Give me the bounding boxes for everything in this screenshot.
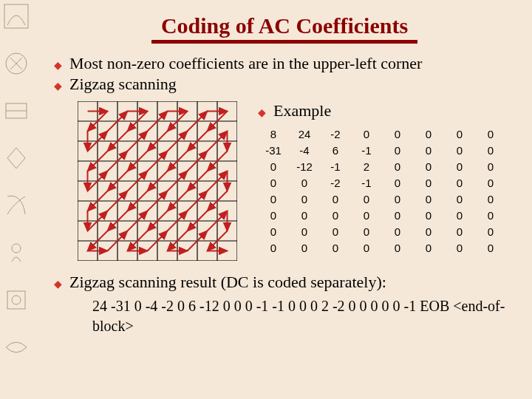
matrix-cell: 0 <box>413 224 444 240</box>
matrix-cell: 0 <box>320 191 351 208</box>
title-underline <box>151 43 417 44</box>
matrix-cell: 0 <box>413 240 444 256</box>
deco-icon <box>3 192 30 219</box>
matrix-cell: 0 <box>382 224 413 240</box>
matrix-cell: 0 <box>475 191 506 208</box>
matrix-cell: 0 <box>289 208 320 224</box>
matrix-cell: 0 <box>413 143 444 159</box>
matrix-cell: 0 <box>413 126 444 143</box>
svg-point-5 <box>12 296 21 304</box>
matrix-cell: 0 <box>351 126 382 143</box>
matrix-cell: 0 <box>444 224 475 240</box>
zigzag-result-text: 24 -31 0 -4 -2 0 6 -12 0 0 0 -1 -1 0 0 0… <box>92 296 532 336</box>
matrix-cell: 0 <box>444 126 475 143</box>
bullet-icon: ◆ <box>54 59 62 72</box>
coefficient-matrix: 824-200000-31-46-100000-12-12000000-2-10… <box>258 126 506 256</box>
matrix-row: 0-12-120000 <box>258 159 506 175</box>
deco-icon <box>3 287 30 313</box>
matrix-cell: 0 <box>258 191 289 208</box>
matrix-cell: 0 <box>289 191 320 208</box>
matrix-cell: 0 <box>444 143 475 159</box>
svg-point-3 <box>12 244 21 253</box>
matrix-cell: -1 <box>320 159 351 175</box>
bullet-icon: ◆ <box>258 106 266 119</box>
matrix-cell: 0 <box>320 208 351 224</box>
matrix-cell: 0 <box>258 175 289 191</box>
matrix-cell: -4 <box>289 143 320 159</box>
matrix-cell: 8 <box>258 126 289 143</box>
matrix-cell: 0 <box>444 240 475 256</box>
matrix-cell: 0 <box>382 191 413 208</box>
deco-icon <box>3 145 30 171</box>
matrix-cell: 0 <box>320 224 351 240</box>
deco-icon <box>3 334 30 361</box>
matrix-cell: 0 <box>382 143 413 159</box>
matrix-row: 00-2-10000 <box>258 175 506 191</box>
matrix-cell: 0 <box>258 159 289 175</box>
matrix-cell: 24 <box>289 126 320 143</box>
matrix-cell: 0 <box>444 191 475 208</box>
example-label: Example <box>273 101 331 120</box>
bullet-text: Zigzag scanning <box>69 75 177 94</box>
matrix-cell: 0 <box>444 175 475 191</box>
zigzag-diagram <box>78 101 237 261</box>
matrix-row: 00000000 <box>258 224 506 240</box>
matrix-cell: 0 <box>258 224 289 240</box>
matrix-cell: 0 <box>258 208 289 224</box>
matrix-row: -31-46-10000 <box>258 143 506 159</box>
slide-title: Coding of AC Coefficients <box>41 13 528 40</box>
matrix-cell: 0 <box>413 159 444 175</box>
matrix-cell: 0 <box>475 208 506 224</box>
matrix-cell: 0 <box>475 126 506 143</box>
bullet-text: Most non-zero coefficients are in the up… <box>69 54 422 73</box>
matrix-cell: 0 <box>382 159 413 175</box>
matrix-cell: 0 <box>413 175 444 191</box>
matrix-cell: 0 <box>289 224 320 240</box>
matrix-cell: -31 <box>258 143 289 159</box>
matrix-row: 00000000 <box>258 240 506 256</box>
matrix-cell: 0 <box>382 175 413 191</box>
bullet-icon: ◆ <box>54 80 62 92</box>
matrix-cell: 0 <box>475 159 506 175</box>
matrix-cell: 0 <box>475 143 506 159</box>
matrix-cell: 0 <box>351 240 382 256</box>
slide-decorations <box>3 3 33 396</box>
matrix-cell: 0 <box>351 208 382 224</box>
matrix-cell: 0 <box>351 224 382 240</box>
matrix-cell: 0 <box>475 240 506 256</box>
matrix-cell: 0 <box>289 175 320 191</box>
matrix-cell: 0 <box>413 191 444 208</box>
matrix-cell: 0 <box>382 208 413 224</box>
matrix-cell: 0 <box>413 208 444 224</box>
matrix-row: 00000000 <box>258 208 506 224</box>
matrix-cell: 0 <box>258 240 289 256</box>
bullet-text: Zigzag scanning result (DC is coded sepa… <box>69 273 386 292</box>
matrix-cell: 0 <box>444 208 475 224</box>
matrix-cell: 0 <box>351 191 382 208</box>
matrix-cell: -1 <box>351 175 382 191</box>
deco-icon <box>3 3 30 30</box>
matrix-cell: -2 <box>320 126 351 143</box>
svg-rect-4 <box>7 291 25 309</box>
deco-icon <box>3 239 30 266</box>
deco-icon <box>3 50 30 77</box>
matrix-cell: 0 <box>382 126 413 143</box>
matrix-cell: -1 <box>351 143 382 159</box>
matrix-cell: 6 <box>320 143 351 159</box>
matrix-cell: -12 <box>289 159 320 175</box>
matrix-cell: 0 <box>382 240 413 256</box>
matrix-cell: 0 <box>289 240 320 256</box>
matrix-cell: -2 <box>320 175 351 191</box>
title-underline <box>151 40 417 41</box>
bullet-icon: ◆ <box>54 278 62 290</box>
matrix-row: 00000000 <box>258 191 506 208</box>
matrix-cell: 0 <box>320 240 351 256</box>
matrix-cell: 0 <box>475 224 506 240</box>
matrix-cell: 2 <box>351 159 382 175</box>
deco-icon <box>3 98 30 124</box>
matrix-row: 824-200000 <box>258 126 506 143</box>
matrix-cell: 0 <box>475 175 506 191</box>
matrix-cell: 0 <box>444 159 475 175</box>
